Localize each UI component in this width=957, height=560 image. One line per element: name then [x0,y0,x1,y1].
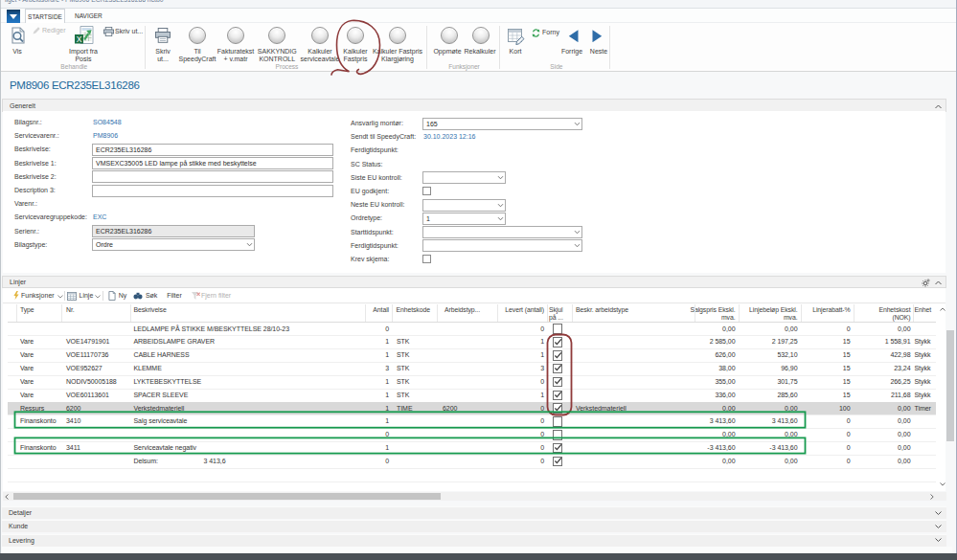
svg-text:X: X [77,34,82,43]
